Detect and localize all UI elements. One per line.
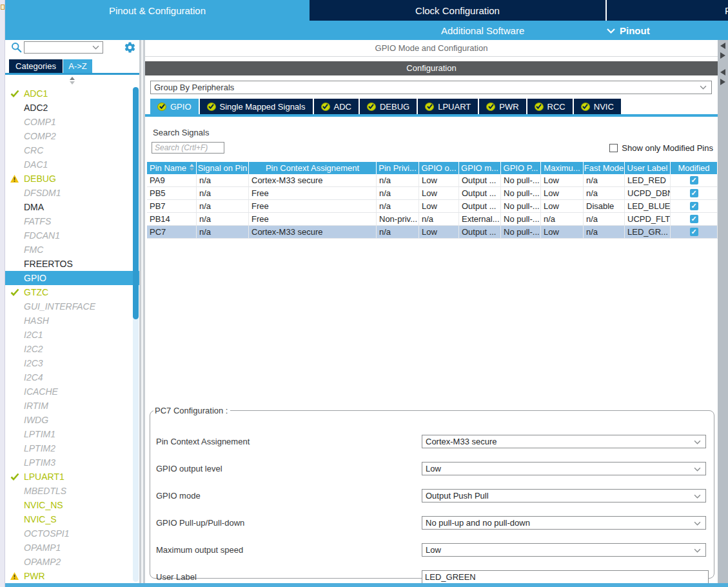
maximum-output-speed-select[interactable]: Low — [422, 543, 706, 557]
collapse-left-icon[interactable] — [720, 69, 725, 75]
pinout-dropdown[interactable]: Pinout — [607, 25, 650, 36]
column-header-maximu[interactable]: Maximu... — [541, 162, 584, 174]
tab-clock-configuration[interactable]: Clock Configuration — [310, 0, 607, 21]
column-header-modified[interactable]: Modified — [671, 162, 718, 174]
sidebar-item-opamp2[interactable]: OPAMP2 — [5, 555, 139, 569]
sidebar-item-gui_interface[interactable]: GUI_INTERFACE — [5, 299, 139, 313]
column-header-pin-privi[interactable]: Pin Privi... — [377, 162, 419, 174]
sidebar-item-gpio[interactable]: GPIO — [5, 271, 139, 285]
column-header-gpio-p[interactable]: GPIO P... — [501, 162, 541, 174]
right-splitter-strip[interactable] — [718, 40, 728, 587]
user-label-input[interactable] — [422, 570, 709, 584]
no-icon — [9, 515, 20, 524]
sidebar-item-icache[interactable]: ICACHE — [5, 384, 139, 399]
sidebar-item-gtzc[interactable]: GTZC — [5, 285, 139, 299]
search-icon[interactable] — [11, 42, 22, 55]
sidebar-item-lptim2[interactable]: LPTIM2 — [5, 441, 139, 455]
collapse-left-icon[interactable] — [720, 43, 725, 49]
sort-toggle[interactable] — [5, 75, 139, 86]
show-only-modified-pins-checkbox[interactable]: Show only Modified Pins — [609, 143, 713, 153]
peripheral-tab-pwr[interactable]: PWR — [479, 99, 526, 114]
pin-row-pb7[interactable]: PB7n/aFreen/aLowOutput ...No pull-...Low… — [147, 200, 718, 213]
sidebar-item-i2c1[interactable]: I2C1 — [5, 328, 139, 342]
pin-row-pb5[interactable]: PB5n/aFreen/aLowOutput ...No pull-...Low… — [147, 187, 718, 200]
cell-value: Low — [544, 227, 559, 237]
sidebar-item-octospi1[interactable]: OCTOSPI1 — [5, 526, 139, 541]
sidebar-item-fatfs[interactable]: FATFS — [5, 214, 139, 228]
peripheral-tab-adc[interactable]: ADC — [314, 99, 359, 114]
sidebar-item-hash[interactable]: HASH — [5, 313, 139, 328]
checkbox-checked-icon[interactable]: ✓ — [690, 176, 698, 184]
sidebar-item-irtim[interactable]: IRTIM — [5, 399, 139, 413]
sidebar-item-dma[interactable]: DMA — [5, 200, 139, 214]
peripheral-tab-rcc[interactable]: RCC — [527, 99, 573, 114]
sidebar-filter-combobox[interactable] — [24, 41, 103, 54]
peripheral-tab-lpuart[interactable]: LPUART — [418, 99, 478, 114]
sidebar-scrollbar-thumb[interactable] — [133, 87, 139, 319]
sidebar-item-lptim3[interactable]: LPTIM3 — [5, 455, 139, 470]
sidebar-item-adc1[interactable]: ADC1 — [5, 86, 139, 101]
checkbox-unchecked-icon[interactable] — [609, 144, 618, 152]
sidebar-item-dfsdm1[interactable]: DFSDM1 — [5, 186, 139, 200]
search-signals-input[interactable] — [152, 142, 224, 154]
cell: PB5 — [147, 187, 197, 199]
peripheral-tab-nvic[interactable]: NVIC — [574, 99, 621, 114]
sidebar-item-mbedtls[interactable]: MBEDTLS — [5, 484, 139, 498]
pin-context-assignement-select[interactable]: Cortex-M33 secure — [422, 435, 706, 448]
sidebar-item-i2c3[interactable]: I2C3 — [5, 356, 139, 370]
tab-pinout-and-configuration[interactable]: Pinout & Configuration — [5, 0, 310, 21]
sidebar-item-lpuart1[interactable]: LPUART1 — [5, 470, 139, 484]
sidebar-item-crc[interactable]: CRC — [5, 143, 139, 157]
peripheral-tab-debug[interactable]: DEBUG — [360, 99, 417, 114]
expand-right-icon[interactable] — [720, 52, 725, 59]
dock-indicator[interactable] — [1, 5, 5, 10]
cell: LED_BLUE — [625, 200, 671, 212]
sidebar-item-label: I2C1 — [24, 330, 43, 340]
sidebar-item-comp1[interactable]: COMP1 — [5, 115, 139, 129]
sidebar-item-i2c4[interactable]: I2C4 — [5, 370, 139, 384]
column-header-pin-context-assignement[interactable]: Pin Context Assignement — [249, 162, 377, 174]
checkbox-checked-icon[interactable]: ✓ — [690, 228, 698, 236]
panel-splitter[interactable] — [139, 40, 145, 587]
gear-icon[interactable] — [124, 41, 136, 56]
sidebar-scrollbar-track[interactable] — [133, 87, 139, 582]
sidebar-item-iwdg[interactable]: IWDG — [5, 413, 139, 427]
sidebar-item-i2c2[interactable]: I2C2 — [5, 342, 139, 356]
group-by-select[interactable]: Group By Peripherals — [150, 81, 712, 94]
column-header-fast-mode[interactable]: Fast Mode — [584, 162, 625, 174]
column-header-pin-name[interactable]: Pin Name — [147, 162, 197, 174]
tab-categories[interactable]: Categories — [9, 59, 63, 73]
sidebar-item-nvic_s[interactable]: NVIC_S — [5, 512, 139, 526]
sidebar-item-debug[interactable]: DEBUG — [5, 172, 139, 186]
checkbox-checked-icon[interactable]: ✓ — [690, 215, 698, 223]
checkbox-checked-icon[interactable]: ✓ — [690, 202, 698, 210]
sidebar-item-opamp1[interactable]: OPAMP1 — [5, 541, 139, 555]
gpio-output-level-select[interactable]: Low — [422, 462, 706, 475]
tab-clipped-right[interactable]: P — [607, 0, 728, 21]
sidebar-item-nvic_ns[interactable]: NVIC_NS — [5, 498, 139, 512]
column-header-user-label[interactable]: User Label — [625, 162, 671, 174]
sidebar-item-dac1[interactable]: DAC1 — [5, 157, 139, 172]
pin-row-pb14[interactable]: PB14n/aFreeNon-priv...n/aExternal...No p… — [147, 213, 718, 226]
peripheral-tab-gpio[interactable]: GPIO — [150, 99, 199, 114]
column-header-gpio-m[interactable]: GPIO m... — [459, 162, 501, 174]
pin-row-pa9[interactable]: PA9n/aCortex-M33 securen/aLowOutput ...N… — [147, 174, 718, 187]
gpio-pull-up-pull-down-select[interactable]: No pull-up and no pull-down — [422, 516, 706, 530]
sidebar-item-lptim1[interactable]: LPTIM1 — [5, 427, 139, 441]
column-header-gpio-o[interactable]: GPIO o... — [419, 162, 459, 174]
pin-row-pc7[interactable]: PC7n/aCortex-M33 securen/aLowOutput ...N… — [147, 226, 718, 239]
tab-a-to-z[interactable]: A->Z — [63, 59, 92, 73]
gpio-mode-select[interactable]: Output Push Pull — [422, 489, 706, 502]
peripheral-tab-single-mapped-signals[interactable]: Single Mapped Signals — [200, 99, 313, 114]
expand-right-icon[interactable] — [720, 79, 725, 85]
sidebar-item-fmc[interactable]: FMC — [5, 243, 139, 257]
sidebar-item-freertos[interactable]: FREERTOS — [5, 257, 139, 271]
sidebar-item-pwr[interactable]: PWR — [5, 569, 139, 583]
additional-software-link[interactable]: Additional Software — [441, 25, 524, 36]
checkbox-checked-icon[interactable]: ✓ — [690, 189, 698, 197]
column-header-label: GPIO m... — [461, 163, 498, 173]
sidebar-item-fdcan1[interactable]: FDCAN1 — [5, 228, 139, 243]
sidebar-item-adc2[interactable]: ADC2 — [5, 101, 139, 115]
column-header-signal-on-pin[interactable]: Signal on Pin — [197, 162, 249, 174]
sidebar-item-comp2[interactable]: COMP2 — [5, 129, 139, 143]
